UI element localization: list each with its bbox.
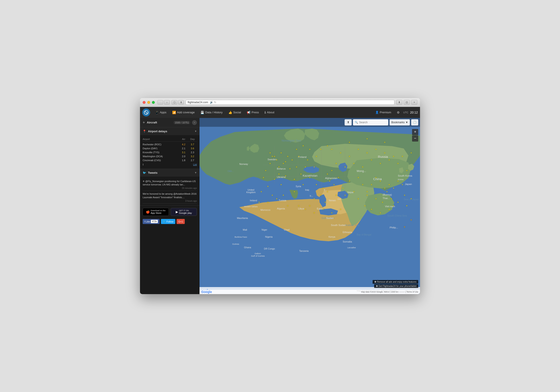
svg-text:Ukraine: Ukraine bbox=[277, 175, 286, 178]
minimize-button[interactable] bbox=[147, 101, 150, 104]
nav-data-label: Data / History bbox=[205, 111, 223, 114]
premium-label: Premium bbox=[380, 111, 391, 114]
tweet-item[interactable]: We're honored to be among @AviationWeek … bbox=[143, 191, 197, 204]
arr-val: 2.1 bbox=[179, 147, 188, 150]
tweets-list: ✈ @Fly_Norwegian positioning for Caribbe… bbox=[140, 177, 200, 206]
search-box[interactable]: 🔍 bbox=[353, 119, 388, 125]
tip1-text: ❶ Remove all ads and enjoy extra feature… bbox=[374, 281, 417, 283]
info-button[interactable]: ⓘ bbox=[171, 100, 177, 104]
google-plus-button[interactable]: G+1 bbox=[177, 219, 185, 224]
refresh-icon[interactable]: ↻ bbox=[214, 101, 216, 104]
svg-text:Algeria: Algeria bbox=[277, 207, 285, 210]
download-button[interactable]: ⬇ bbox=[396, 100, 402, 105]
nav-about[interactable]: ℹ About bbox=[262, 109, 277, 116]
utc-time: 20:12 bbox=[410, 111, 418, 114]
address-bar[interactable]: flightradar24.com 🔊 ↻ bbox=[186, 100, 394, 105]
zoom-in-button[interactable]: + bbox=[412, 129, 418, 135]
tweet-time: 3 hours ago bbox=[143, 200, 197, 202]
svg-text:Norwegian Sea: Norwegian Sea bbox=[281, 139, 301, 142]
back-button[interactable]: ‹ bbox=[157, 100, 163, 104]
pocket-button[interactable]: ⬇ bbox=[178, 100, 184, 104]
nav-bar: 📱 Apps 📶 Add coverage 💾 Data / History 👍… bbox=[140, 107, 420, 118]
nav-data[interactable]: 💾 Data / History bbox=[198, 109, 225, 116]
svg-text:Finland: Finland bbox=[298, 155, 306, 158]
nav-coverage-label: Add coverage bbox=[177, 111, 195, 114]
svg-text:Mali: Mali bbox=[243, 228, 247, 231]
google-label: Google play bbox=[179, 212, 192, 214]
table-row[interactable]: Washington (DCA) 2.0 3.2 bbox=[143, 154, 197, 158]
nav-apps[interactable]: 📱 Apps bbox=[152, 109, 169, 116]
arr-val: 3.1 bbox=[179, 151, 188, 154]
map-area[interactable]: Norwegian Sea Okh... Arabian Sea Gulf of… bbox=[200, 118, 420, 294]
nav-coverage[interactable]: 📶 Add coverage bbox=[170, 109, 197, 116]
table-row[interactable]: Rochester (ROC) 4.2 3.7 bbox=[143, 142, 197, 146]
svg-text:South Sudan: South Sudan bbox=[331, 223, 346, 226]
apple-label: App Store bbox=[150, 212, 166, 214]
fb-label: Like bbox=[146, 220, 150, 223]
app-tip[interactable]: ❷ Get Flightradar24 for your phone/table… bbox=[374, 284, 418, 288]
delays-section: 📍 Airport delays ▼ Airport Arr Dep Roche… bbox=[140, 127, 200, 169]
nav-press[interactable]: 📢 Press bbox=[244, 109, 261, 116]
delays-chevron: ▼ bbox=[194, 130, 197, 132]
arr-val: 4.2 bbox=[179, 143, 188, 146]
new-tab-button[interactable]: + bbox=[411, 100, 417, 105]
google-play-button[interactable]: ▶ GET IT ON Google play bbox=[171, 208, 197, 216]
press-icon: 📢 bbox=[247, 111, 250, 114]
premium-tip[interactable]: ❶ Remove all ads and enjoy extra feature… bbox=[373, 280, 418, 284]
svg-text:Somalia: Somalia bbox=[343, 240, 352, 243]
svg-text:Philip...: Philip... bbox=[390, 226, 398, 229]
close-button[interactable] bbox=[143, 101, 146, 104]
svg-text:Mong...: Mong... bbox=[357, 169, 366, 173]
svg-text:Viet nam: Viet nam bbox=[385, 205, 395, 207]
tweets-header[interactable]: 🐦 Tweets ▼ bbox=[140, 169, 200, 177]
nav-social[interactable]: 👍 Social bbox=[226, 109, 244, 116]
twitter-follow-button[interactable]: 🐦 Follow bbox=[161, 219, 175, 224]
search-input[interactable] bbox=[359, 121, 387, 124]
svg-text:Kenya: Kenya bbox=[329, 235, 335, 238]
bookmarks-button[interactable]: Bookmarks ▼ bbox=[390, 119, 410, 125]
svg-text:Tunisia: Tunisia bbox=[279, 199, 286, 202]
split-view-button[interactable]: ⊡ bbox=[404, 100, 410, 105]
list-link[interactable]: List bbox=[193, 163, 197, 166]
map-container: Norwegian Sea Okh... Arabian Sea Gulf of… bbox=[200, 118, 420, 294]
nav-social-label: Social bbox=[233, 111, 241, 114]
audio-icon[interactable]: 🔊 bbox=[210, 101, 213, 104]
maximize-button[interactable] bbox=[152, 101, 155, 104]
google-play-icon: ▶ bbox=[176, 210, 178, 214]
apple-store-button[interactable]: 🍎 Download on the App Store bbox=[143, 208, 169, 216]
tweet-text: We're honored to be among @AviationWeek … bbox=[143, 192, 197, 199]
svg-text:Om...: Om... bbox=[338, 198, 343, 200]
layer-button[interactable]: ⬆ bbox=[345, 119, 352, 125]
dep-val: 3.2 bbox=[188, 155, 197, 158]
coverage-icon: 📶 bbox=[172, 111, 176, 114]
aircraft-section: ✈ Aircraft 1500 / 10751 › bbox=[140, 118, 200, 127]
svg-text:Bay of Bengal: Bay of Bengal bbox=[357, 233, 371, 236]
tb-icons: ⓘ ⬇ bbox=[171, 100, 184, 104]
svg-text:Laccadive: Laccadive bbox=[347, 246, 356, 249]
premium-button[interactable]: 👤 Premium bbox=[373, 110, 393, 115]
nav-arrows: ‹ › bbox=[157, 100, 170, 104]
apps-icon: 📱 bbox=[155, 111, 159, 114]
svg-text:Burkina Faso: Burkina Faso bbox=[235, 236, 247, 238]
facebook-like-button[interactable]: f Like 472k bbox=[143, 219, 160, 224]
col-arr: Arr bbox=[179, 138, 188, 141]
aircraft-next-button[interactable]: › bbox=[192, 120, 197, 125]
table-row[interactable]: Knoxville (TYS) 3.1 2.3 bbox=[143, 150, 197, 154]
bookmarks-label: Bookmarks bbox=[391, 121, 405, 124]
table-row[interactable]: Cincinnati (CVG) 1.8 2.7 bbox=[143, 158, 197, 162]
settings-button[interactable]: ⚙ bbox=[395, 110, 401, 115]
nav-press-label: Press bbox=[251, 111, 259, 114]
aircraft-header[interactable]: ✈ Aircraft 1500 / 10751 › bbox=[140, 118, 200, 127]
dep-val: 3.7 bbox=[188, 143, 197, 146]
info-icon: ℹ bbox=[143, 163, 143, 166]
svg-text:Yemen: Yemen bbox=[329, 199, 336, 202]
logo[interactable] bbox=[142, 109, 150, 116]
delays-header[interactable]: 📍 Airport delays ▼ bbox=[140, 127, 200, 135]
tweet-item[interactable]: ✈ @Fly_Norwegian positioning for Caribbe… bbox=[143, 178, 197, 191]
forward-button[interactable]: › bbox=[164, 100, 170, 104]
history-button[interactable]: 🕐 bbox=[411, 119, 418, 125]
svg-text:Ireland: Ireland bbox=[250, 199, 257, 202]
map-bottom-bar: ❶ Remove all ads and enjoy extra feature… bbox=[371, 279, 420, 294]
table-row[interactable]: Dayton (DAY) 2.1 3.6 bbox=[143, 146, 197, 150]
zoom-out-button[interactable]: − bbox=[412, 135, 418, 141]
